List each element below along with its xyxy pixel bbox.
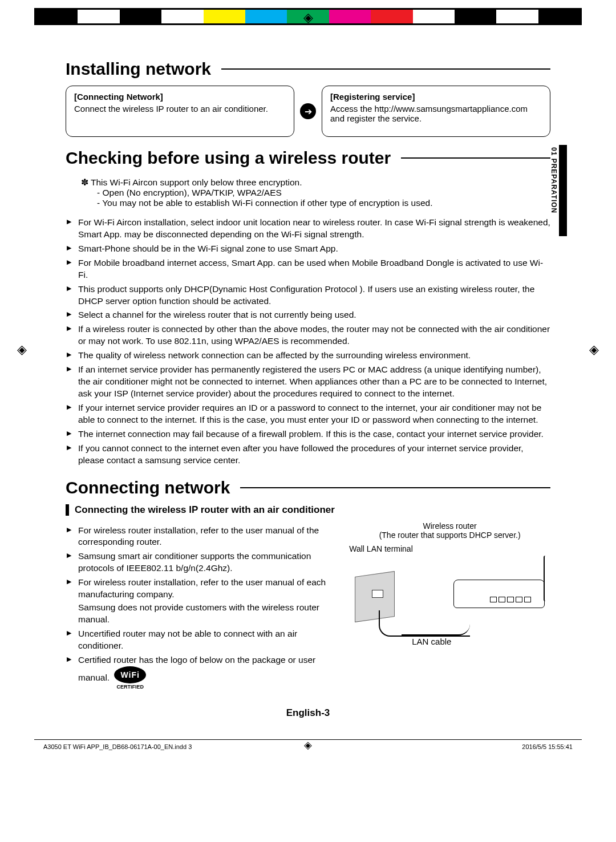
box-title: [Connecting Network] [74,92,286,102]
list-item: For Mobile broadband internet access, Sm… [66,257,550,281]
registering-service-box: [Registering service] Access the http://… [322,86,550,137]
router-label: Wireless router [349,521,550,531]
list-item: The internet connection may fail because… [66,428,550,440]
list-item: If your internet service provider requir… [66,402,550,426]
connect-bullet-list: For wireless router installation, refer … [66,525,338,690]
router-antenna-icon [544,556,547,601]
list-item: For wireless router installation, refer … [66,525,338,549]
print-footer: A3050 ET WiFi APP_IB_DB68-06171A-00_EN.i… [34,739,582,750]
heading-text: Checking before using a wireless router [66,148,391,168]
list-item: Uncertified router may not be able to co… [66,628,338,652]
check-bullet-list: For Wi-Fi Aircon installation, select in… [66,217,550,467]
side-tab-marker [559,145,567,236]
note-line: ✽ This Wi-Fi Aircon support only below t… [81,177,546,188]
list-item: Select a channel for the wireless router… [66,309,550,321]
heading-installing-network: Installing network [66,59,550,79]
encryption-note: ✽ This Wi-Fi Aircon support only below t… [66,175,550,212]
router-diagram-column: Wireless router (The router that support… [349,521,550,693]
indd-filename: A3050 ET WiFi APP_IB_DB68-06171A-00_EN.i… [43,743,192,750]
list-item: If an internet service provider has perm… [66,364,550,400]
list-item: Smart-Phone should be in the Wi-Fi signa… [66,243,550,255]
subhead-text: Connecting the wireless IP router with a… [75,504,335,516]
router-body-icon [453,580,545,608]
list-item: If a wireless router is connected by oth… [66,323,550,347]
router-sublabel: (The router that supports DHCP server.) [349,531,550,540]
router-diagram: LAN cable [349,557,550,648]
print-timestamp: 2016/5/5 15:55:41 [522,743,573,750]
box-body: Connect the wireless IP router to an air… [74,104,286,114]
subhead-bar-icon [66,504,69,516]
list-item: For Wi-Fi Aircon installation, select in… [66,217,550,241]
connecting-text-column: For wireless router installation, refer … [66,521,338,693]
list-item: This product supports only DHCP(Dynamic … [66,284,550,307]
page-number: English-3 [66,707,550,719]
overview-steps-row: [Connecting Network] Connect the wireles… [66,86,550,137]
wall-terminal-label: Wall LAN terminal [349,544,550,553]
registration-mark-bottom: ◈ [304,739,312,751]
list-item: If you cannot connect to the internet ev… [66,443,550,467]
lan-cable-label: LAN cable [412,637,451,646]
list-item: The quality of wireless network connecti… [66,350,550,362]
arrow-right-icon: ➔ [300,103,316,119]
list-item: For wireless router installation, refer … [66,577,338,626]
heading-text: Connecting network [66,478,230,497]
lan-cable-icon [402,624,470,635]
heading-connecting-network: Connecting network [66,478,550,497]
box-body: Access the http://www.samsungsmartapplia… [330,104,542,123]
box-title: [Registering service] [330,92,542,102]
connecting-network-box: [Connecting Network] Connect the wireles… [66,86,294,137]
heading-text: Installing network [66,59,211,79]
list-item: Samsung smart air conditioner supports t… [66,550,338,574]
wifi-certified-logo: WiFiCERTIFIED [114,666,146,690]
list-item: Certified router has the logo of below o… [66,654,338,690]
side-tab-preparation: 01 PREPARATION [549,145,567,236]
connecting-row: For wireless router installation, refer … [66,521,550,693]
registration-mark-top: ◈ [303,10,313,25]
page-content: Installing network [Connecting Network] … [0,25,616,736]
heading-checking-router: Checking before using a wireless router [66,148,550,168]
subheading-connecting-router: Connecting the wireless IP router with a… [66,504,550,516]
note-line: - You may not be able to establish Wi-Fi… [97,198,546,208]
note-line: - Open (No encryption), WPA/TKIP, WPA2/A… [97,188,546,198]
router-ports-icon [490,597,531,602]
wall-jack-icon [372,590,383,598]
